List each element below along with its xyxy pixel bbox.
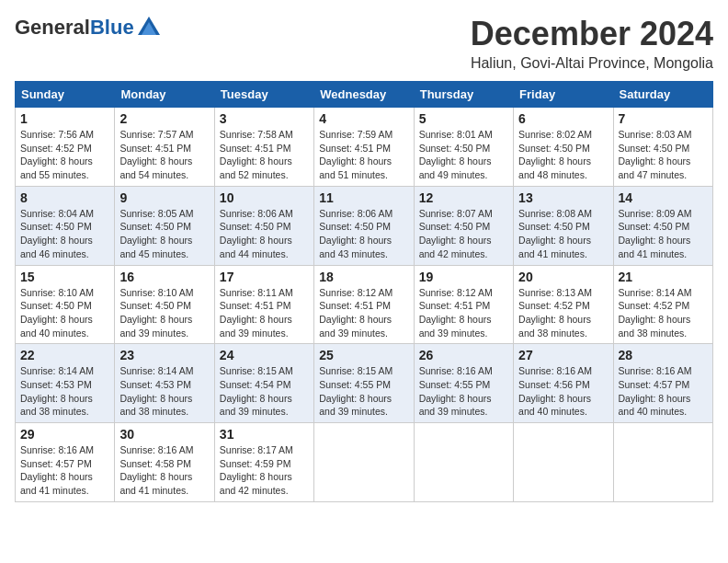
calendar-cell: 11 Sunrise: 8:06 AM Sunset: 4:50 PM Dayl… bbox=[314, 186, 414, 265]
calendar-cell: 7 Sunrise: 8:03 AM Sunset: 4:50 PM Dayli… bbox=[613, 108, 712, 187]
sunrise-label: Sunrise: 8:17 AM bbox=[220, 444, 293, 455]
day-number: 18 bbox=[319, 270, 408, 284]
sunset-label: Sunset: 4:52 PM bbox=[518, 300, 590, 311]
sunset-label: Sunset: 4:50 PM bbox=[619, 143, 690, 154]
calendar-cell: 23 Sunrise: 8:14 AM Sunset: 4:53 PM Dayl… bbox=[115, 344, 214, 423]
calendar-cell: 9 Sunrise: 8:05 AM Sunset: 4:50 PM Dayli… bbox=[115, 186, 214, 265]
calendar-cell: 2 Sunrise: 7:57 AM Sunset: 4:51 PM Dayli… bbox=[115, 108, 214, 187]
calendar-cell bbox=[514, 423, 613, 502]
sunset-label: Sunset: 4:59 PM bbox=[220, 458, 291, 469]
daylight-label: Daylight: 8 hours and 39 minutes. bbox=[119, 314, 192, 339]
calendar-week-3: 15 Sunrise: 8:10 AM Sunset: 4:50 PM Dayl… bbox=[16, 265, 713, 344]
sunrise-label: Sunrise: 8:14 AM bbox=[619, 287, 692, 298]
sunrise-label: Sunrise: 8:06 AM bbox=[319, 208, 392, 219]
daylight-label: Daylight: 8 hours and 46 minutes. bbox=[20, 235, 93, 259]
calendar-cell: 17 Sunrise: 8:11 AM Sunset: 4:51 PM Dayl… bbox=[214, 265, 313, 344]
daylight-label: Daylight: 8 hours and 52 minutes. bbox=[220, 155, 292, 180]
sunset-label: Sunset: 4:51 PM bbox=[319, 143, 391, 154]
day-info: Sunrise: 8:08 AM Sunset: 4:50 PM Dayligh… bbox=[518, 207, 608, 261]
day-info: Sunrise: 7:56 AM Sunset: 4:52 PM Dayligh… bbox=[20, 128, 109, 182]
weekday-header-friday: Friday bbox=[514, 82, 613, 108]
sunrise-label: Sunrise: 8:15 AM bbox=[220, 365, 293, 376]
day-number: 6 bbox=[518, 111, 608, 126]
day-info: Sunrise: 8:17 AM Sunset: 4:59 PM Dayligh… bbox=[220, 443, 309, 498]
day-info: Sunrise: 7:59 AM Sunset: 4:51 PM Dayligh… bbox=[319, 128, 408, 182]
sunrise-label: Sunrise: 8:10 AM bbox=[20, 287, 94, 298]
calendar-cell: 5 Sunrise: 8:01 AM Sunset: 4:50 PM Dayli… bbox=[414, 108, 513, 187]
weekday-header-wednesday: Wednesday bbox=[314, 82, 414, 108]
daylight-label: Daylight: 8 hours and 40 minutes. bbox=[20, 314, 93, 339]
day-info: Sunrise: 8:13 AM Sunset: 4:52 PM Dayligh… bbox=[518, 286, 608, 340]
calendar-week-4: 22 Sunrise: 8:14 AM Sunset: 4:53 PM Dayl… bbox=[16, 344, 713, 423]
sunset-label: Sunset: 4:55 PM bbox=[319, 379, 391, 390]
day-info: Sunrise: 8:16 AM Sunset: 4:57 PM Dayligh… bbox=[619, 364, 708, 419]
sunrise-label: Sunrise: 8:04 AM bbox=[20, 208, 94, 219]
calendar-cell: 16 Sunrise: 8:10 AM Sunset: 4:50 PM Dayl… bbox=[115, 265, 214, 344]
sunrise-label: Sunrise: 8:16 AM bbox=[518, 365, 592, 376]
day-info: Sunrise: 8:04 AM Sunset: 4:50 PM Dayligh… bbox=[20, 207, 109, 261]
weekday-header-saturday: Saturday bbox=[613, 82, 712, 108]
day-number: 24 bbox=[220, 348, 309, 362]
sunrise-label: Sunrise: 8:06 AM bbox=[220, 208, 293, 219]
sunrise-label: Sunrise: 8:03 AM bbox=[619, 129, 692, 140]
subtitle: Haliun, Govi-Altai Province, Mongolia bbox=[471, 55, 713, 72]
day-number: 22 bbox=[20, 348, 109, 362]
daylight-label: Daylight: 8 hours and 41 minutes. bbox=[619, 235, 691, 259]
calendar-cell: 18 Sunrise: 8:12 AM Sunset: 4:51 PM Dayl… bbox=[314, 265, 414, 344]
sunrise-label: Sunrise: 8:07 AM bbox=[419, 208, 493, 219]
sunrise-label: Sunrise: 8:10 AM bbox=[119, 287, 193, 298]
sunrise-label: Sunrise: 7:58 AM bbox=[220, 129, 293, 140]
daylight-label: Daylight: 8 hours and 39 minutes. bbox=[419, 393, 492, 418]
sunset-label: Sunset: 4:51 PM bbox=[220, 143, 291, 154]
day-number: 7 bbox=[619, 111, 708, 126]
sunrise-label: Sunrise: 8:11 AM bbox=[220, 287, 293, 298]
day-number: 15 bbox=[20, 270, 109, 284]
calendar-cell: 1 Sunrise: 7:56 AM Sunset: 4:52 PM Dayli… bbox=[16, 108, 115, 187]
daylight-label: Daylight: 8 hours and 49 minutes. bbox=[419, 155, 492, 180]
daylight-label: Daylight: 8 hours and 41 minutes. bbox=[20, 471, 93, 496]
day-number: 8 bbox=[20, 190, 109, 205]
daylight-label: Daylight: 8 hours and 42 minutes. bbox=[419, 235, 492, 259]
sunset-label: Sunset: 4:51 PM bbox=[119, 143, 191, 154]
calendar-cell: 28 Sunrise: 8:16 AM Sunset: 4:57 PM Dayl… bbox=[613, 344, 712, 423]
day-number: 17 bbox=[220, 270, 309, 284]
weekday-header-thursday: Thursday bbox=[414, 82, 513, 108]
sunrise-label: Sunrise: 8:16 AM bbox=[619, 365, 692, 376]
sunset-label: Sunset: 4:56 PM bbox=[518, 379, 590, 390]
sunrise-label: Sunrise: 8:15 AM bbox=[319, 365, 392, 376]
title-section: December 2024 Haliun, Govi-Altai Provinc… bbox=[471, 15, 713, 72]
calendar-cell: 29 Sunrise: 8:16 AM Sunset: 4:57 PM Dayl… bbox=[16, 423, 115, 502]
day-info: Sunrise: 8:16 AM Sunset: 4:56 PM Dayligh… bbox=[518, 364, 608, 419]
calendar-cell: 27 Sunrise: 8:16 AM Sunset: 4:56 PM Dayl… bbox=[514, 344, 613, 423]
sunrise-label: Sunrise: 8:05 AM bbox=[119, 208, 193, 219]
daylight-label: Daylight: 8 hours and 40 minutes. bbox=[619, 393, 691, 418]
calendar-week-5: 29 Sunrise: 8:16 AM Sunset: 4:57 PM Dayl… bbox=[16, 423, 713, 502]
day-number: 13 bbox=[518, 190, 608, 205]
sunset-label: Sunset: 4:52 PM bbox=[619, 300, 690, 311]
sunrise-label: Sunrise: 8:16 AM bbox=[119, 444, 193, 455]
day-number: 23 bbox=[119, 348, 209, 362]
header: GeneralBlue December 2024 Haliun, Govi-A… bbox=[15, 15, 713, 72]
day-number: 31 bbox=[220, 427, 309, 442]
daylight-label: Daylight: 8 hours and 48 minutes. bbox=[518, 155, 591, 180]
sunrise-label: Sunrise: 8:12 AM bbox=[319, 287, 392, 298]
sunset-label: Sunset: 4:50 PM bbox=[619, 221, 690, 232]
sunset-label: Sunset: 4:50 PM bbox=[220, 221, 291, 232]
day-info: Sunrise: 8:16 AM Sunset: 4:58 PM Dayligh… bbox=[119, 443, 209, 498]
day-info: Sunrise: 8:09 AM Sunset: 4:50 PM Dayligh… bbox=[619, 207, 708, 261]
day-info: Sunrise: 8:11 AM Sunset: 4:51 PM Dayligh… bbox=[220, 286, 309, 340]
day-number: 4 bbox=[319, 111, 408, 126]
daylight-label: Daylight: 8 hours and 39 minutes. bbox=[220, 314, 292, 339]
sunrise-label: Sunrise: 8:08 AM bbox=[518, 208, 592, 219]
sunset-label: Sunset: 4:50 PM bbox=[319, 221, 391, 232]
sunrise-label: Sunrise: 8:09 AM bbox=[619, 208, 692, 219]
day-info: Sunrise: 8:05 AM Sunset: 4:50 PM Dayligh… bbox=[119, 207, 209, 261]
day-info: Sunrise: 7:58 AM Sunset: 4:51 PM Dayligh… bbox=[220, 128, 309, 182]
day-info: Sunrise: 8:06 AM Sunset: 4:50 PM Dayligh… bbox=[220, 207, 309, 261]
calendar-cell bbox=[314, 423, 414, 502]
calendar-cell: 12 Sunrise: 8:07 AM Sunset: 4:50 PM Dayl… bbox=[414, 186, 513, 265]
weekday-header-sunday: Sunday bbox=[16, 82, 115, 108]
sunrise-label: Sunrise: 8:16 AM bbox=[419, 365, 493, 376]
calendar: SundayMondayTuesdayWednesdayThursdayFrid… bbox=[15, 81, 713, 502]
sunrise-label: Sunrise: 8:02 AM bbox=[518, 129, 592, 140]
